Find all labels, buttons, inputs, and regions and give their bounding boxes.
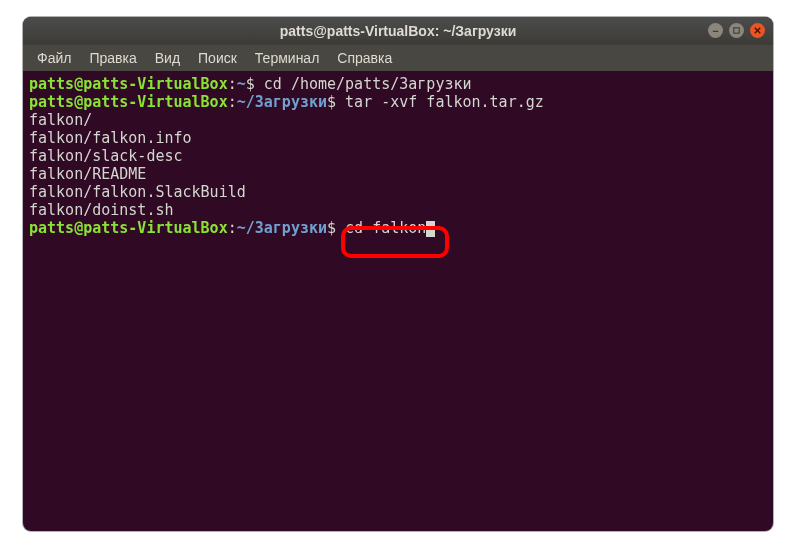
prompt-path: ~/Загрузки <box>237 93 327 111</box>
prompt-dollar: $ <box>327 219 345 237</box>
prompt-path: ~/Загрузки <box>237 219 327 237</box>
prompt-colon: : <box>228 219 237 237</box>
terminal-line: falkon/slack-desc <box>29 147 767 165</box>
terminal-line: falkon/falkon.info <box>29 129 767 147</box>
command-text: cd falkon <box>345 219 426 237</box>
output-text: falkon/doinst.sh <box>29 201 174 219</box>
menu-terminal[interactable]: Терминал <box>247 47 327 69</box>
titlebar[interactable]: patts@patts-VirtualBox: ~/Загрузки <box>23 17 773 45</box>
terminal-line: falkon/ <box>29 111 767 129</box>
terminal-line: falkon/falkon.SlackBuild <box>29 183 767 201</box>
minimize-icon <box>711 26 720 35</box>
prompt-path: ~ <box>237 75 246 93</box>
menu-file[interactable]: Файл <box>29 47 79 69</box>
window-title: patts@patts-VirtualBox: ~/Загрузки <box>280 23 517 39</box>
prompt-user: patts@patts-VirtualBox <box>29 75 228 93</box>
terminal-line: falkon/README <box>29 165 767 183</box>
close-button[interactable] <box>750 23 765 38</box>
terminal-line: patts@patts-VirtualBox:~/Загрузки$ cd fa… <box>29 219 767 237</box>
output-text: falkon/falkon.SlackBuild <box>29 183 246 201</box>
maximize-button[interactable] <box>729 23 744 38</box>
window-controls <box>708 23 765 38</box>
output-text: falkon/falkon.info <box>29 129 192 147</box>
prompt-user: patts@patts-VirtualBox <box>29 93 228 111</box>
menubar: Файл Правка Вид Поиск Терминал Справка <box>23 45 773 71</box>
output-text: falkon/ <box>29 111 92 129</box>
close-icon <box>753 26 762 35</box>
terminal-output-area[interactable]: patts@patts-VirtualBox:~$ cd /home/patts… <box>23 71 773 241</box>
terminal-line: patts@patts-VirtualBox:~/Загрузки$ tar -… <box>29 93 767 111</box>
command-text: cd /home/patts/Загрузки <box>264 75 472 93</box>
prompt-colon: : <box>228 75 237 93</box>
menu-help[interactable]: Справка <box>329 47 400 69</box>
menu-edit[interactable]: Правка <box>81 47 144 69</box>
output-text: falkon/slack-desc <box>29 147 183 165</box>
prompt-dollar: $ <box>327 93 345 111</box>
menu-view[interactable]: Вид <box>147 47 188 69</box>
minimize-button[interactable] <box>708 23 723 38</box>
prompt-dollar: $ <box>246 75 264 93</box>
terminal-line: falkon/doinst.sh <box>29 201 767 219</box>
output-text: falkon/README <box>29 165 146 183</box>
cursor <box>426 221 435 237</box>
terminal-window: patts@patts-VirtualBox: ~/Загрузки Файл … <box>23 17 773 531</box>
command-text: tar -xvf falkon.tar.gz <box>345 93 544 111</box>
terminal-line: patts@patts-VirtualBox:~$ cd /home/patts… <box>29 75 767 93</box>
svg-rect-1 <box>734 28 739 33</box>
maximize-icon <box>732 26 741 35</box>
prompt-user: patts@patts-VirtualBox <box>29 219 228 237</box>
menu-search[interactable]: Поиск <box>190 47 245 69</box>
prompt-colon: : <box>228 93 237 111</box>
